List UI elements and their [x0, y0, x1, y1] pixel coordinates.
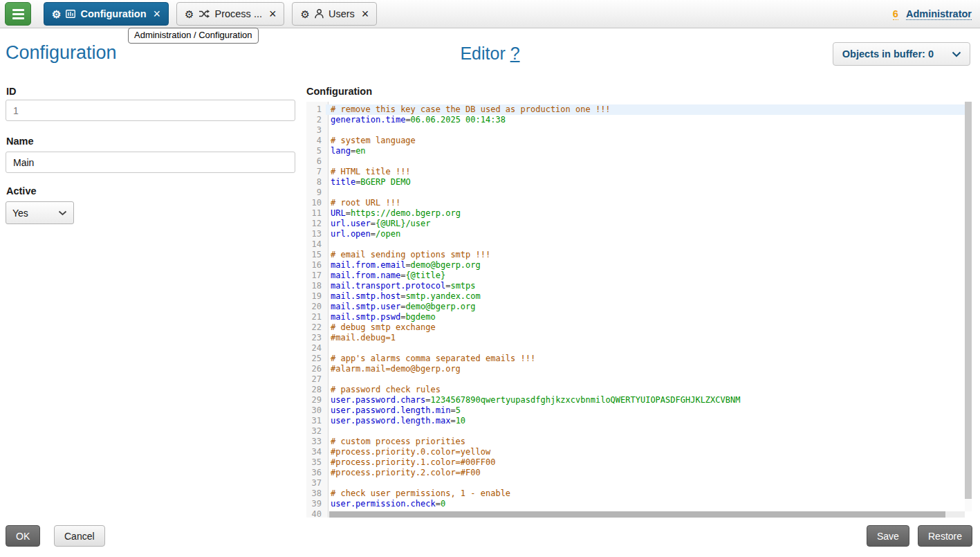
code-line[interactable]: 5lang=en: [306, 146, 965, 156]
buffer-dropdown[interactable]: Objects in buffer: 0: [833, 42, 970, 66]
editor-vertical-scrollbar[interactable]: [965, 102, 972, 511]
code-line[interactable]: 1# remove this key case the DB used as p…: [306, 104, 965, 115]
code-line[interactable]: 18mail.transport.protocol=smtps: [306, 281, 965, 291]
code-line[interactable]: 22# debug smtp exchange: [306, 322, 965, 333]
code-line[interactable]: 16mail.from.email=demo@bgerp.org: [306, 260, 965, 271]
tab-label: Configuration: [80, 8, 146, 19]
code-line[interactable]: 25# app's alarms comma separated emails …: [306, 354, 965, 364]
id-input[interactable]: [6, 100, 295, 121]
line-number: 10: [306, 198, 326, 208]
code-line[interactable]: 8title=BGERP DEMO: [306, 177, 965, 188]
menu-button[interactable]: [5, 2, 31, 26]
code-line[interactable]: 9: [306, 188, 965, 198]
code-line[interactable]: 7# HTML title !!!: [306, 167, 965, 177]
restore-button[interactable]: Restore: [918, 525, 972, 547]
line-number: 40: [306, 509, 326, 518]
id-label: ID: [6, 86, 17, 97]
line-number: 28: [306, 385, 326, 395]
line-number: 5: [306, 146, 326, 156]
code-line[interactable]: 14: [306, 239, 965, 250]
code-line[interactable]: 33# custom process priorities: [306, 437, 965, 447]
tab-process[interactable]: ⚙ Process ... ×: [176, 2, 284, 26]
code-line[interactable]: 2generation.time=06.06.2025 00:14:38: [306, 115, 965, 125]
code-line[interactable]: 17mail.from.name={@title}: [306, 271, 965, 281]
active-select[interactable]: Yes: [6, 201, 74, 224]
line-number: 33: [306, 437, 326, 447]
notification-count[interactable]: 6: [893, 8, 898, 20]
code-line[interactable]: 6: [306, 156, 965, 167]
code-line[interactable]: 27: [306, 374, 965, 385]
code-line[interactable]: 4# system language: [306, 136, 965, 146]
line-number: 21: [306, 312, 326, 322]
code-line[interactable]: 24: [306, 343, 965, 354]
user-area: 6 Administrator: [893, 8, 972, 20]
gear-icon: ⚙: [300, 9, 309, 19]
line-number: 13: [306, 229, 326, 239]
ok-button[interactable]: OK: [6, 525, 40, 547]
code-line[interactable]: 29user.password.chars=1234567890qwertyup…: [306, 395, 965, 405]
close-icon[interactable]: ×: [362, 8, 369, 19]
line-number: 16: [306, 260, 326, 271]
code-line[interactable]: 19mail.smtp.host=smtp.yandex.com: [306, 291, 965, 302]
tab-users[interactable]: ⚙ Users ×: [292, 2, 377, 26]
code-line[interactable]: 10# root URL !!!: [306, 198, 965, 208]
code-line[interactable]: 26#alarm.mail=demo@bgerp.org: [306, 364, 965, 374]
save-button[interactable]: Save: [867, 525, 909, 547]
code-line[interactable]: 38# check user permissions, 1 - enable: [306, 488, 965, 499]
shuffle-icon: [198, 9, 210, 19]
line-number: 39: [306, 499, 326, 509]
code-line[interactable]: 20mail.smtp.user=demo@bgerp.org: [306, 302, 965, 312]
user-icon: [315, 9, 324, 19]
close-icon[interactable]: ×: [269, 8, 277, 19]
line-number: 6: [306, 156, 326, 167]
config-window-icon: [66, 10, 75, 18]
code-line[interactable]: 31user.password.length.max=10: [306, 416, 965, 426]
line-number: 29: [306, 395, 326, 405]
code-line[interactable]: 35#process.priority.1.color=#00FF00: [306, 457, 965, 468]
line-number: 37: [306, 478, 326, 488]
code-line[interactable]: 39user.permission.check=0: [306, 499, 965, 509]
name-input[interactable]: [6, 152, 295, 173]
code-line[interactable]: 13url.open=/open: [306, 229, 965, 239]
code-line[interactable]: 37: [306, 478, 965, 488]
line-number: 7: [306, 167, 326, 177]
editor-horizontal-scrollbar[interactable]: [329, 511, 965, 518]
line-number: 9: [306, 188, 326, 198]
line-number: 27: [306, 374, 326, 385]
code-line[interactable]: 30user.password.length.min=5: [306, 405, 965, 416]
line-number: 11: [306, 208, 326, 219]
gear-icon: ⚙: [185, 9, 194, 19]
tab-bar: ⚙ Configuration × ⚙: [44, 2, 377, 26]
line-number: 34: [306, 447, 326, 457]
line-number: 23: [306, 333, 326, 343]
tab-configuration[interactable]: ⚙ Configuration ×: [44, 2, 169, 26]
close-icon[interactable]: ×: [154, 8, 161, 19]
name-label: Name: [6, 136, 34, 147]
code-line[interactable]: 21mail.smtp.pswd=bgdemo: [306, 312, 965, 322]
line-number: 22: [306, 322, 326, 333]
code-line[interactable]: 23#mail.debug=1: [306, 333, 965, 343]
line-number: 18: [306, 281, 326, 291]
gear-icon: ⚙: [52, 9, 61, 19]
code-line[interactable]: 34#process.priority.0.color=yellow: [306, 447, 965, 457]
line-number: 31: [306, 416, 326, 426]
active-label: Active: [6, 185, 37, 197]
code-line[interactable]: 15# email sending options smtp !!!: [306, 250, 965, 260]
chevron-down-icon: [58, 210, 67, 216]
code-line[interactable]: 28# password check rules: [306, 385, 965, 395]
buffer-label: Objects in buffer:: [842, 48, 925, 60]
code-line[interactable]: 3: [306, 125, 965, 136]
help-link[interactable]: ?: [510, 44, 520, 63]
line-number: 17: [306, 271, 326, 281]
config-code-editor[interactable]: 1# remove this key case the DB used as p…: [306, 102, 972, 518]
line-number: 2: [306, 115, 326, 125]
code-line[interactable]: 12url.user={@URL}/user: [306, 219, 965, 229]
cancel-button[interactable]: Cancel: [54, 525, 105, 547]
code-line[interactable]: 32: [306, 426, 965, 437]
tab-label: Process ...: [214, 8, 262, 19]
line-number: 15: [306, 250, 326, 260]
code-line[interactable]: 36#process.priority.2.color=#F00: [306, 468, 965, 478]
line-number: 30: [306, 405, 326, 416]
code-line[interactable]: 11URL=https://demo.bgerp.org: [306, 208, 965, 219]
user-link[interactable]: Administrator: [906, 8, 972, 20]
